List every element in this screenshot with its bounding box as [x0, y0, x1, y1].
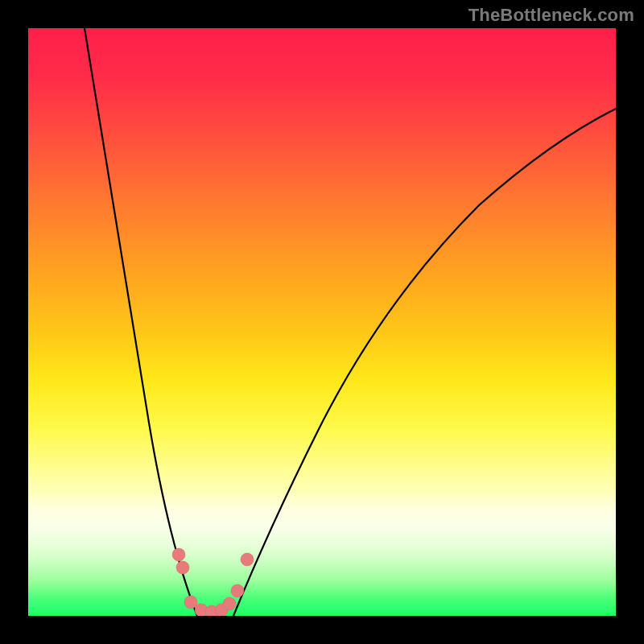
- curve-svg: [28, 28, 616, 616]
- marker-dot: [176, 561, 189, 574]
- chart-container: TheBottleneck.com: [0, 0, 644, 644]
- marker-dot: [231, 584, 244, 597]
- curve-right: [233, 109, 616, 616]
- plot-area: [28, 28, 616, 616]
- watermark-text: TheBottleneck.com: [469, 5, 634, 26]
- marker-dot: [172, 548, 185, 561]
- marker-dot: [223, 597, 236, 610]
- marker-dot: [241, 553, 254, 566]
- marker-dot: [184, 596, 197, 609]
- curve-left: [85, 28, 197, 616]
